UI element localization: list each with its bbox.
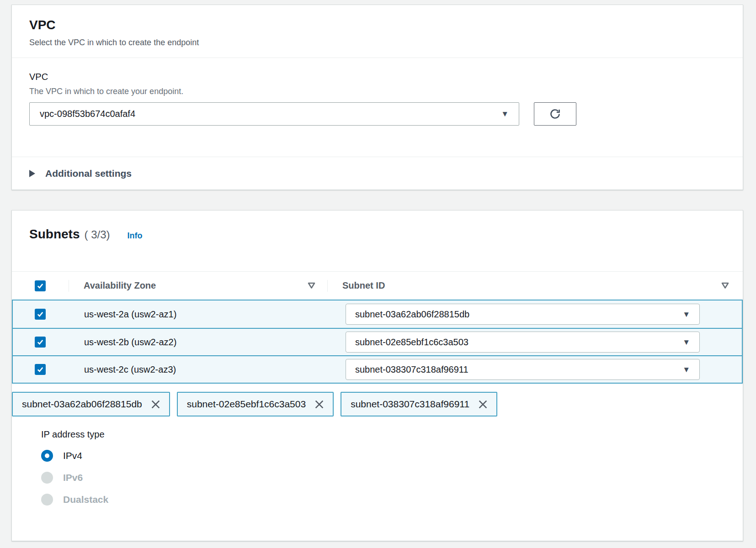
subnet-id-select[interactable]: subnet-03a62ab06f28815db ▼ xyxy=(346,304,700,325)
radio-option[interactable]: IPv4 xyxy=(41,450,725,462)
subnet-id-value: subnet-02e85ebf1c6c3a503 xyxy=(355,337,469,348)
dismiss-token-icon[interactable] xyxy=(150,399,161,410)
subnets-table-header: Availability Zone Subnet ID xyxy=(12,271,743,300)
sort-icon[interactable] xyxy=(308,282,315,289)
selected-subnet-tokens: subnet-03a62ab06f28815db subnet-02e85ebf… xyxy=(12,392,743,416)
vpc-card-title: VPC xyxy=(29,18,725,32)
subnets-card: Subnets ( 3/3) Info Availability Zone Su… xyxy=(11,210,743,541)
additional-settings-label: Additional settings xyxy=(45,168,132,179)
availability-zone-column-header: Availability Zone xyxy=(84,280,156,291)
table-row[interactable]: us-west-2c (usw2-az3) subnet-038307c318a… xyxy=(13,355,742,383)
check-icon xyxy=(36,338,44,346)
subnet-token: subnet-038307c318af96911 xyxy=(341,392,497,416)
subnets-count: ( 3/3) xyxy=(84,228,110,241)
subnet-token-label: subnet-038307c318af96911 xyxy=(351,399,469,410)
row-checkbox[interactable] xyxy=(35,337,46,348)
subnet-token-label: subnet-03a62ab06f28815db xyxy=(22,399,142,410)
radio-icon[interactable] xyxy=(41,494,53,506)
subnet-id-value: subnet-03a62ab06f28815db xyxy=(355,309,469,320)
info-link[interactable]: Info xyxy=(127,231,142,241)
check-icon xyxy=(36,282,44,290)
vpc-field-description: The VPC in which to create your endpoint… xyxy=(29,87,725,96)
additional-settings-expander[interactable]: Additional settings xyxy=(12,157,743,190)
table-row[interactable]: us-west-2a (usw2-az1) subnet-03a62ab06f2… xyxy=(13,300,742,328)
sort-icon[interactable] xyxy=(721,282,729,289)
subnet-token-label: subnet-02e85ebf1c6c3a503 xyxy=(187,399,306,410)
vpc-select[interactable]: vpc-098f53b674c0afaf4 ▼ xyxy=(29,102,519,126)
vpc-card-subtitle: Select the VPC in which to create the en… xyxy=(29,38,725,47)
availability-zone-cell: us-west-2a (usw2-az1) xyxy=(84,309,346,320)
check-icon xyxy=(36,365,44,374)
vpc-card-header: VPC Select the VPC in which to create th… xyxy=(12,5,743,58)
table-row[interactable]: us-west-2b (usw2-az2) subnet-02e85ebf1c6… xyxy=(13,328,742,355)
ip-address-type-options: IPv4 IPv6 Dualstack xyxy=(41,450,725,506)
vpc-field-label: VPC xyxy=(29,72,725,82)
chevron-down-icon: ▼ xyxy=(682,338,690,346)
refresh-icon xyxy=(549,108,561,120)
radio-option-label: Dualstack xyxy=(63,494,108,505)
ip-address-type-label: IP address type xyxy=(41,429,725,440)
subnet-token: subnet-02e85ebf1c6c3a503 xyxy=(177,392,334,416)
radio-option[interactable]: Dualstack xyxy=(41,494,725,506)
radio-option-label: IPv4 xyxy=(63,450,82,461)
dismiss-token-icon[interactable] xyxy=(478,399,488,410)
vpc-card: VPC Select the VPC in which to create th… xyxy=(11,5,743,190)
refresh-button[interactable] xyxy=(534,102,576,126)
dismiss-token-icon[interactable] xyxy=(314,399,325,410)
check-icon xyxy=(36,310,44,318)
subnet-token: subnet-03a62ab06f28815db xyxy=(12,392,170,416)
subnet-rows: us-west-2a (usw2-az1) subnet-03a62ab06f2… xyxy=(12,300,743,384)
chevron-down-icon: ▼ xyxy=(682,366,690,374)
select-all-checkbox[interactable] xyxy=(35,280,46,291)
ip-address-type-section: IP address type IPv4 IPv6 Dualstack xyxy=(12,416,743,506)
chevron-down-icon: ▼ xyxy=(501,110,509,118)
availability-zone-cell: us-west-2b (usw2-az2) xyxy=(84,337,346,348)
radio-option-label: IPv6 xyxy=(63,472,83,483)
vpc-select-value: vpc-098f53b674c0afaf4 xyxy=(40,109,135,119)
chevron-down-icon: ▼ xyxy=(682,311,690,318)
availability-zone-cell: us-west-2c (usw2-az3) xyxy=(84,364,346,375)
radio-icon[interactable] xyxy=(41,450,53,462)
subnet-id-select[interactable]: subnet-02e85ebf1c6c3a503 ▼ xyxy=(346,332,700,353)
row-checkbox[interactable] xyxy=(35,309,46,320)
subnet-id-select[interactable]: subnet-038307c318af96911 ▼ xyxy=(346,359,700,380)
subnet-id-value: subnet-038307c318af96911 xyxy=(355,364,469,375)
subnet-id-column-header: Subnet ID xyxy=(342,280,385,291)
radio-option[interactable]: IPv6 xyxy=(41,472,725,484)
subnets-title: Subnets xyxy=(29,227,80,242)
row-checkbox[interactable] xyxy=(35,364,46,375)
radio-icon[interactable] xyxy=(41,472,53,484)
expand-triangle-icon xyxy=(29,170,35,177)
